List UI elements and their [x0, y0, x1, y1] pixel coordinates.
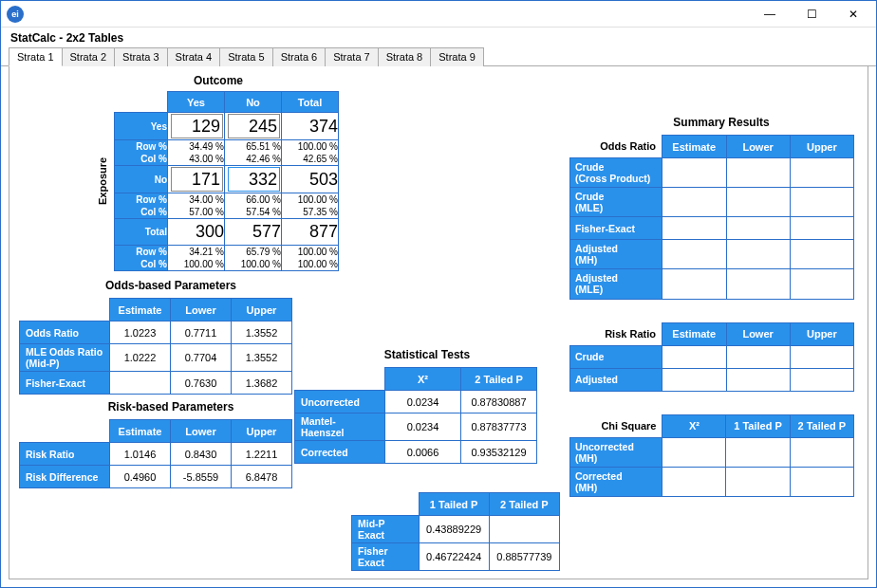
summary-empty-cell [662, 240, 726, 269]
summary-empty-cell [790, 217, 853, 240]
summary-row-label: Corrected(MH) [570, 467, 662, 496]
value-cell: 1.3552 [232, 344, 292, 372]
value-cell: -5.8559 [171, 466, 232, 488]
summary-row-label: Uncorrected(MH) [570, 437, 662, 467]
summary-empty-cell [726, 437, 790, 467]
row-pct-lbl-1: Row %Col % [115, 140, 168, 166]
value-cell: 1.0222 [110, 344, 171, 372]
value-cell: 0.87837773 [461, 413, 537, 441]
value-cell: 0.7630 [171, 372, 232, 395]
tab-strata-8[interactable]: Strata 8 [378, 47, 432, 66]
summary-empty-cell [726, 368, 790, 391]
outcome-table: Yes No Total Yes 374 Row %Col % [114, 91, 339, 271]
tab-strata-7[interactable]: Strata 7 [325, 47, 379, 66]
value-cell: 1.3552 [232, 322, 292, 344]
summary-empty-cell [662, 188, 726, 217]
app-window: ei — ☐ ✕ StatCalc - 2x2 Tables Strata 1S… [0, 0, 877, 588]
summary-empty-cell [726, 240, 790, 269]
minimize-button[interactable]: — [749, 2, 791, 27]
summary-empty-cell [790, 269, 853, 299]
cell-yes-yes[interactable] [171, 114, 223, 138]
summary-empty-cell [662, 437, 726, 467]
summary-empty-cell [662, 467, 726, 496]
value-cell: 0.8430 [171, 443, 232, 466]
col-total: Total [282, 92, 339, 113]
summary-empty-cell [790, 158, 853, 188]
tab-strata-4[interactable]: Strata 4 [167, 47, 221, 66]
stat-tests-table: X²2 Tailed PUncorrected0.02340.87830887M… [294, 367, 537, 464]
row-label: Fisher-Exact [20, 372, 110, 395]
summary-empty-cell [662, 269, 726, 299]
row-label: Fisher Exact [352, 543, 420, 571]
value-cell: 0.0066 [385, 441, 461, 464]
maximize-button[interactable]: ☐ [791, 2, 832, 27]
summary-row-label: Crude(Cross Product) [570, 158, 662, 188]
row-total: Total [115, 219, 168, 246]
value-cell: 6.8478 [232, 466, 292, 488]
cell-yes-no[interactable] [228, 114, 280, 138]
value-cell: 1.0223 [110, 322, 171, 344]
summary-heading: Summary Results [626, 116, 816, 129]
tab-strata-2[interactable]: Strata 2 [62, 47, 116, 66]
summary-empty-cell [790, 368, 853, 391]
exposure-label: Exposure [97, 157, 108, 205]
app-icon: ei [7, 6, 24, 23]
close-button[interactable]: ✕ [832, 2, 874, 27]
tab-strata-6[interactable]: Strata 6 [272, 47, 327, 66]
tab-strata-9[interactable]: Strata 9 [430, 47, 484, 66]
summary-odds-table: Odds RatioEstimateLowerUpperCrude(Cross … [569, 135, 854, 300]
value-cell: 0.7711 [171, 322, 232, 344]
cell-no-no[interactable] [228, 167, 280, 192]
odds-params-heading: Odds-based Parameters [76, 279, 266, 292]
tab-strata-5[interactable]: Strata 5 [219, 47, 273, 66]
summary-empty-cell [790, 345, 853, 368]
row-label: Risk Ratio [20, 443, 110, 466]
app-title: StatCalc - 2x2 Tables [1, 28, 876, 46]
summary-row-label: Crude(MLE) [570, 188, 662, 217]
col-yes: Yes [168, 92, 225, 113]
summary-row-label: Fisher-Exact [570, 217, 662, 240]
summary-side-label: Risk Ratio [570, 322, 662, 345]
value-cell [110, 372, 171, 395]
summary-empty-cell [726, 269, 790, 299]
col-no: No [225, 92, 282, 113]
value-cell: 1.0146 [110, 443, 171, 466]
tabstrip: Strata 1Strata 2Strata 3Strata 4Strata 5… [1, 46, 876, 66]
summary-empty-cell [726, 467, 790, 496]
titlebar: ei — ☐ ✕ [1, 1, 876, 28]
summary-row-label: Adjusted(MH) [570, 240, 662, 269]
value-cell: 0.7704 [171, 344, 232, 372]
row-yes: Yes [115, 113, 168, 140]
summary-row-label: Adjusted [570, 368, 662, 391]
cell-yes-total: 374 [282, 113, 339, 140]
summary-row-label: Crude [570, 345, 662, 368]
value-cell: 0.0234 [385, 391, 461, 413]
tab-strata-1[interactable]: Strata 1 [9, 47, 63, 66]
summary-risk-table: Risk RatioEstimateLowerUpperCrudeAdjuste… [569, 322, 854, 392]
value-cell: 0.0234 [385, 413, 461, 441]
exact-tests-table: 1 Tailed P2 Tailed PMid-P Exact0.4388922… [351, 492, 560, 571]
summary-empty-cell [726, 217, 790, 240]
tab-strata-3[interactable]: Strata 3 [114, 47, 168, 66]
odds-params-table: EstimateLowerUpperOdds Ratio1.02230.7711… [19, 298, 292, 395]
value-cell: 0.87830887 [461, 391, 537, 413]
value-cell: 1.3682 [232, 372, 292, 395]
summary-empty-cell [726, 158, 790, 188]
risk-params-table: EstimateLowerUpperRisk Ratio1.01460.8430… [19, 419, 292, 488]
row-label: Mantel-Haenszel [295, 413, 385, 441]
risk-params-heading: Risk-based Parameters [76, 400, 266, 413]
value-cell: 1.2211 [232, 443, 292, 466]
summary-side-label: Odds Ratio [570, 136, 662, 158]
row-label: MLE Odds Ratio (Mid-P) [20, 344, 110, 372]
summary-empty-cell [662, 368, 726, 391]
summary-empty-cell [662, 345, 726, 368]
cell-no-total: 503 [282, 166, 339, 193]
summary-side-label: Chi Square [570, 414, 662, 437]
summary-empty-cell [790, 467, 853, 496]
summary-row-label: Adjusted(MLE) [570, 269, 662, 299]
summary-chi-table: Chi SquareX²1 Tailed P2 Tailed PUncorrec… [569, 414, 854, 497]
summary-empty-cell [726, 188, 790, 217]
summary-empty-cell [790, 240, 853, 269]
cell-no-yes[interactable] [171, 167, 223, 192]
summary-empty-cell [662, 158, 726, 188]
